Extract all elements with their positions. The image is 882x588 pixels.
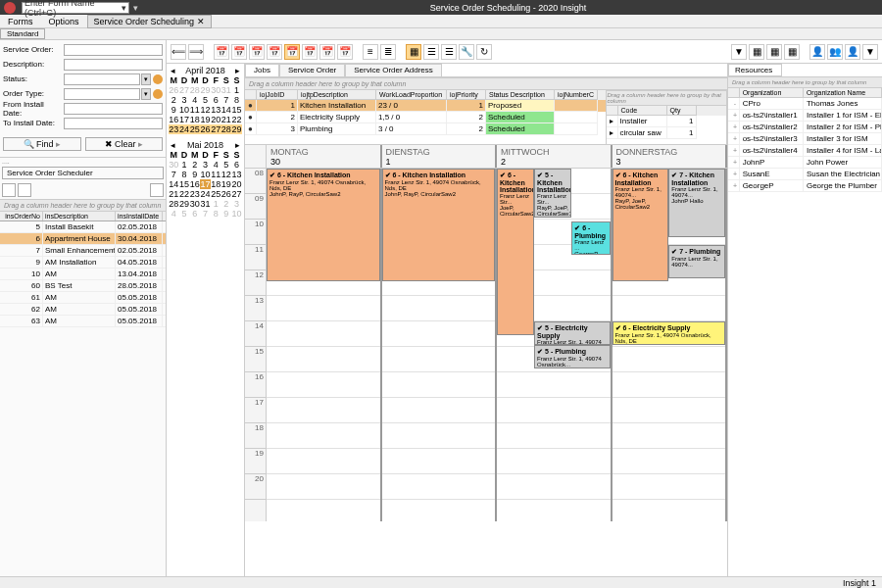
cal-next-icon[interactable]: ▸ xyxy=(235,140,240,150)
day-column[interactable]: ✔ 6 - Kitchen InstallationFranz Lenz Str… xyxy=(497,169,612,521)
cal-day[interactable]: 18 xyxy=(211,179,221,189)
cal-day[interactable]: 14 xyxy=(221,105,232,115)
cal-day[interactable]: 4 xyxy=(211,160,221,170)
cal-day[interactable]: 3 xyxy=(200,160,211,170)
cal-day[interactable]: 11 xyxy=(189,105,200,115)
appointment[interactable]: ✔ 5 - Electricity SupplyFranz Lenz Str. … xyxy=(534,321,610,345)
cal-day[interactable]: 29 xyxy=(200,85,211,95)
input-to-date[interactable] xyxy=(64,118,163,129)
resource-row[interactable]: +os-ts2\installer2Installer 2 for ISM - … xyxy=(728,122,882,133)
cal-day[interactable]: 8 xyxy=(211,209,221,219)
cal-day[interactable]: 16 xyxy=(189,179,200,189)
col-organization[interactable]: Organization xyxy=(740,88,804,98)
cal-day[interactable]: 15 xyxy=(179,179,190,189)
cal-day[interactable]: 15 xyxy=(231,105,242,115)
view-btn-1[interactable]: ≡ xyxy=(363,44,378,60)
user-btn-1[interactable]: 👤 xyxy=(809,44,825,60)
cal-day[interactable]: 30 xyxy=(211,85,221,95)
sos-tool-2[interactable] xyxy=(18,183,31,197)
cal-prev-icon[interactable]: ◂ xyxy=(171,140,175,150)
cal-day[interactable]: 1 xyxy=(211,199,221,209)
tab-so-address[interactable]: Service Order Address xyxy=(345,64,441,76)
grid-btn-3[interactable]: ▦ xyxy=(784,44,800,60)
resource-row[interactable]: +os-ts2\installer3Installer 3 for ISM xyxy=(728,133,882,145)
resource-row[interactable]: +os-ts2\installer1Installer 1 for ISM - … xyxy=(728,110,882,122)
job-row[interactable]: 1Kitchen Installation23 / 01Proposed xyxy=(245,100,606,112)
resource-row[interactable]: +JohnPJohn Power xyxy=(728,157,882,169)
cal-day[interactable]: 7 xyxy=(200,209,211,219)
order-row[interactable]: 60BS Test28.05.2018 xyxy=(0,280,166,292)
tab-jobs[interactable]: Jobs xyxy=(245,64,279,76)
tool-wrench-icon[interactable]: 🔧 xyxy=(459,44,474,60)
cal-day[interactable]: 11 xyxy=(211,170,221,179)
cal-day[interactable]: 25 xyxy=(189,124,200,134)
cal-btn-5[interactable]: 📅 xyxy=(284,44,300,60)
cal-day[interactable]: 29 xyxy=(179,199,190,209)
job-row[interactable]: 2Electricity Supply1,5 / 02Scheduled xyxy=(245,112,606,123)
tool-refresh-icon[interactable]: ↻ xyxy=(476,44,492,60)
appointment[interactable]: ✔ 7 - PlumbingFranz Lenz Str. 1, 49074..… xyxy=(668,245,725,278)
cal-day[interactable]: 1 xyxy=(179,160,190,170)
cal-day[interactable]: 30 xyxy=(169,160,179,170)
appointment[interactable]: ✔ 6 - Kitchen InstallationFranz Lenz Str… xyxy=(382,169,496,281)
col-org-name[interactable]: Organization Name xyxy=(804,88,882,98)
cal-day[interactable]: 16 xyxy=(169,115,179,124)
cal-btn-2[interactable]: 📅 xyxy=(231,44,247,60)
cal-day[interactable]: 2 xyxy=(169,95,179,105)
tab-service-order[interactable]: Service Order xyxy=(279,64,345,76)
user-btn-3[interactable]: 👤 xyxy=(845,44,860,60)
cal-day[interactable]: 21 xyxy=(169,189,179,199)
cal-day[interactable]: 4 xyxy=(169,209,179,219)
input-order-type[interactable] xyxy=(64,88,140,100)
cal-btn-7[interactable]: 📅 xyxy=(319,44,335,60)
nav-back-icon[interactable]: ⟸ xyxy=(171,44,186,60)
order-row[interactable]: 5Install Basekit02.05.2018 xyxy=(0,221,166,233)
resource-row[interactable]: -CProThomas Jones xyxy=(728,98,882,110)
order-row[interactable]: 62AM05.05.2018 xyxy=(0,304,166,316)
appointment[interactable]: ✔ 6 - Kitchen InstallationFranz Lenz Str… xyxy=(497,169,534,335)
order-row[interactable]: 61AM05.05.2018 xyxy=(0,292,166,304)
filter-icon[interactable]: ▼ xyxy=(731,44,747,60)
cal-btn-4[interactable]: 📅 xyxy=(267,44,282,60)
cal-day[interactable]: 3 xyxy=(179,95,190,105)
cal-day[interactable]: 28 xyxy=(189,85,200,95)
order-row[interactable]: 10AM13.04.2018 xyxy=(0,269,166,280)
resource-row[interactable]: +os-ts2\installer4Installer 4 for ISM - … xyxy=(728,145,882,157)
grid-btn-1[interactable]: ▦ xyxy=(749,44,764,60)
grid-btn-2[interactable]: ▦ xyxy=(766,44,782,60)
view-btn-2[interactable]: ≣ xyxy=(380,44,396,60)
cal-day[interactable]: 19 xyxy=(221,179,232,189)
cal-day[interactable]: 31 xyxy=(221,85,232,95)
input-description[interactable] xyxy=(64,59,163,71)
cal-day[interactable]: 27 xyxy=(231,189,242,199)
cal-day[interactable]: 6 xyxy=(231,160,242,170)
cal-day[interactable]: 27 xyxy=(179,85,190,95)
cal-day[interactable]: 29 xyxy=(231,124,242,134)
cal-day[interactable]: 20 xyxy=(231,179,242,189)
cal-day[interactable]: 10 xyxy=(200,170,211,179)
cal-day[interactable]: 8 xyxy=(179,170,190,179)
cal-day[interactable]: 17 xyxy=(179,115,190,124)
cal-day[interactable]: 12 xyxy=(221,170,232,179)
cal-day[interactable]: 26 xyxy=(200,124,211,134)
cal-day[interactable]: 13 xyxy=(231,170,242,179)
close-tab-icon[interactable]: ✕ xyxy=(197,17,205,26)
ordertype-dropdown-icon[interactable]: ▾ xyxy=(141,88,151,100)
menu-options[interactable]: Options xyxy=(41,17,87,26)
status-refresh-icon[interactable] xyxy=(153,74,163,84)
day-column[interactable]: ✔ 6 - Kitchen InstallationFranz Lenz Str… xyxy=(267,169,382,521)
day-column[interactable]: ✔ 6 - Kitchen InstallationFranz Lenz Str… xyxy=(612,169,728,521)
col-order-desc[interactable]: insDescription xyxy=(43,212,116,220)
resource-req-row[interactable]: ▸circular saw1 xyxy=(607,127,727,139)
cal-day[interactable]: 22 xyxy=(179,189,190,199)
cal-day[interactable]: 1 xyxy=(231,85,242,95)
cal-day[interactable]: 7 xyxy=(221,95,232,105)
group-header-jobs[interactable]: Drag a column header here to group by th… xyxy=(245,77,727,90)
cal-day[interactable]: 7 xyxy=(169,170,179,179)
resource-row[interactable]: +SusanESusan the Electrician xyxy=(728,169,882,180)
appointment[interactable]: ✔ 5 - Kitchen InstallationFranz Lenz Str… xyxy=(534,169,571,218)
input-from-date[interactable] xyxy=(64,103,163,115)
cal-day[interactable]: 28 xyxy=(169,199,179,209)
view-btn-3[interactable]: ▦ xyxy=(406,44,421,60)
appointment[interactable]: ✔ 6 - Kitchen InstallationFranz Lenz Str… xyxy=(267,169,380,281)
